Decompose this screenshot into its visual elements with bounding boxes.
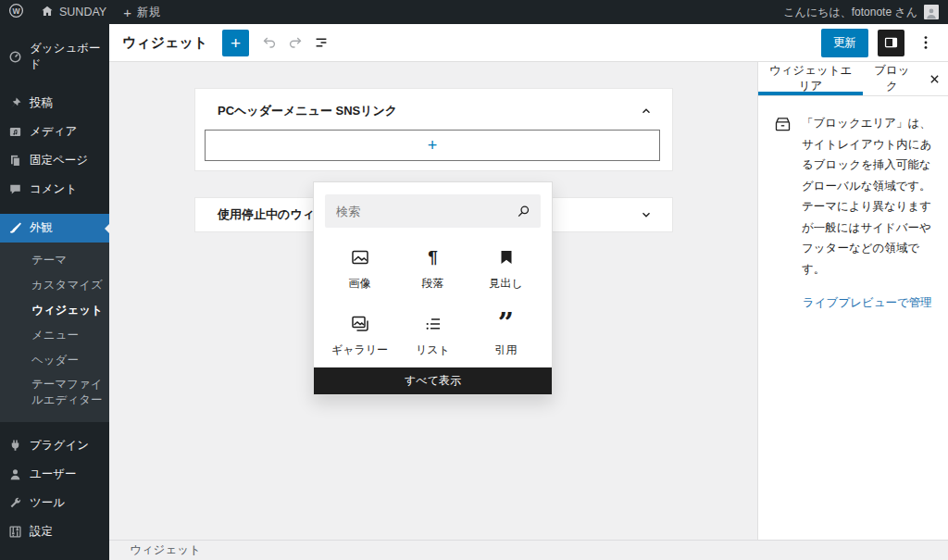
- wordpress-logo-menu[interactable]: W: [0, 0, 32, 24]
- add-block-button[interactable]: +: [222, 30, 249, 56]
- block-type-paragraph[interactable]: ¶ 段落: [396, 235, 469, 302]
- svg-text:W: W: [12, 6, 20, 16]
- undo-icon: [261, 34, 278, 51]
- list-icon: [422, 313, 444, 335]
- submenu-item-widgets[interactable]: ウィジェット: [0, 298, 109, 323]
- sidebar-item-plugins[interactable]: プラグイン: [0, 431, 109, 460]
- settings-sidebar: ウィジェットエリア ブロック 「ブロックエリア」は、サイトレイアウト内にあるブロ…: [757, 62, 948, 540]
- list-view-button[interactable]: [308, 30, 334, 56]
- expand-panel-button[interactable]: [635, 205, 657, 224]
- paintbrush-icon: [7, 221, 22, 236]
- sidebar-item-pages[interactable]: 固定ページ: [0, 146, 109, 175]
- pages-icon: [7, 154, 22, 168]
- widget-area-panel-header[interactable]: PCヘッダーメニュー SNSリンク: [195, 89, 672, 130]
- block-appender[interactable]: +: [205, 130, 660, 161]
- submenu-item-menus[interactable]: メニュー: [0, 323, 109, 348]
- options-menu-button[interactable]: [913, 30, 939, 56]
- block-label: リスト: [416, 342, 450, 358]
- editor-header: ウィジェット + 更新: [109, 24, 948, 62]
- site-name-label: SUNDAY: [59, 6, 106, 19]
- image-icon: [349, 246, 371, 268]
- sidebar-item-label: 外観: [30, 220, 53, 236]
- pushpin-icon: [7, 96, 22, 111]
- quote-icon: ”: [498, 313, 514, 335]
- sidebar-layout-icon: [883, 34, 899, 51]
- submenu-item-themes[interactable]: テーマ: [0, 248, 109, 273]
- redo-icon: [287, 34, 304, 51]
- sidebar-item-tools[interactable]: ツール: [0, 489, 109, 517]
- appearance-submenu: テーマ カスタマイズ ウィジェット メニュー ヘッダー テーマファイルエディター: [0, 243, 109, 422]
- submenu-item-header[interactable]: ヘッダー: [0, 348, 109, 373]
- account-menu[interactable]: こんにちは、fotonote さん: [783, 5, 948, 20]
- tab-widget-area[interactable]: ウィジェットエリア: [758, 62, 863, 95]
- plugin-icon: [7, 439, 22, 454]
- heading-bookmark-icon: [495, 246, 518, 268]
- sidebar-item-comments[interactable]: コメント: [0, 175, 109, 204]
- block-label: 見出し: [489, 276, 522, 292]
- sidebar-item-label: メディア: [30, 124, 77, 140]
- sidebar-item-label: 設定: [30, 524, 53, 540]
- plus-icon: +: [123, 5, 131, 20]
- dashboard-icon: [7, 49, 22, 64]
- live-preview-link[interactable]: ライブプレビューで管理: [803, 295, 933, 311]
- block-label: 引用: [495, 342, 518, 358]
- chevron-up-icon: [640, 105, 653, 118]
- new-content-label: 新規: [137, 5, 160, 20]
- close-sidebar-button[interactable]: [921, 62, 948, 95]
- browse-all-button[interactable]: すべて表示: [314, 367, 552, 394]
- widget-area-description-block: 「ブロックエリア」は、サイトレイアウト内にあるブロックを挿入可能なグローバルな領…: [758, 96, 948, 280]
- redo-button[interactable]: [282, 30, 308, 56]
- site-name-link[interactable]: SUNDAY: [32, 0, 115, 24]
- block-type-list[interactable]: リスト: [396, 302, 469, 368]
- sidebar-item-users[interactable]: ユーザー: [0, 460, 109, 489]
- admin-bar: W SUNDAY + 新規 こんにちは、fotonote さん: [0, 0, 948, 24]
- sidebar-item-label: 固定ページ: [30, 153, 88, 168]
- sidebar-item-posts[interactable]: 投稿: [0, 89, 109, 118]
- sidebar-item-label: 投稿: [30, 95, 53, 111]
- user-icon: [7, 467, 22, 482]
- widget-area-title: PCヘッダーメニュー SNSリンク: [218, 103, 397, 119]
- greeting-text: こんにちは、fotonote さん: [783, 5, 917, 20]
- footer-text: ウィジェット: [130, 542, 201, 558]
- update-button[interactable]: 更新: [821, 29, 868, 57]
- block-type-image[interactable]: 画像: [323, 235, 396, 302]
- widgets-editor-canvas: PCヘッダーメニュー SNSリンク + 使用停止中のウィジェット 画像: [109, 62, 757, 540]
- ellipsis-icon: [917, 34, 934, 51]
- widget-area-icon: [773, 115, 792, 138]
- block-type-gallery[interactable]: ギャラリー: [323, 302, 396, 368]
- tab-block[interactable]: ブロック: [863, 62, 920, 95]
- sidebar-item-dashboard[interactable]: ダッシュボード: [0, 34, 109, 79]
- collapse-panel-button[interactable]: [635, 102, 657, 120]
- gallery-icon: [349, 313, 371, 335]
- paragraph-icon: ¶: [428, 246, 438, 268]
- block-label: 段落: [422, 276, 444, 292]
- sidebar-item-appearance[interactable]: 外観: [0, 214, 109, 243]
- widget-area-description: 「ブロックエリア」は、サイトレイアウト内にあるブロックを挿入可能なグローバルな領…: [802, 113, 936, 280]
- sidebar-item-media[interactable]: メディア: [0, 118, 109, 146]
- wrench-icon: [7, 496, 22, 511]
- comment-icon: [7, 182, 22, 197]
- new-content-menu[interactable]: + 新規: [115, 0, 168, 24]
- avatar: [924, 5, 939, 19]
- close-icon: [929, 73, 941, 85]
- plus-icon: +: [231, 34, 241, 52]
- block-type-quote[interactable]: ” 引用: [469, 302, 543, 368]
- block-label: ギャラリー: [331, 342, 388, 358]
- inserter-block-grid: 画像 ¶ 段落 見出し ギャラリー: [314, 228, 552, 368]
- settings-sidebar-toggle[interactable]: [878, 30, 904, 56]
- sidebar-item-label: プラグイン: [30, 438, 89, 454]
- wordpress-logo-icon: W: [8, 3, 24, 21]
- block-type-heading[interactable]: 見出し: [469, 235, 543, 302]
- block-inserter-popover: 画像 ¶ 段落 見出し ギャラリー: [313, 181, 553, 395]
- inspector-tabs: ウィジェットエリア ブロック: [758, 62, 948, 96]
- plus-icon: +: [428, 137, 438, 154]
- undo-button[interactable]: [256, 30, 282, 56]
- block-label: 画像: [349, 276, 371, 292]
- submenu-item-customize[interactable]: カスタマイズ: [0, 273, 109, 298]
- search-input[interactable]: [334, 204, 516, 219]
- settings-icon: [7, 525, 22, 540]
- sidebar-item-label: ツール: [30, 495, 65, 511]
- submenu-item-theme-file-editor[interactable]: テーマファイルエディター: [0, 372, 109, 413]
- sidebar-item-settings[interactable]: 設定: [0, 517, 109, 546]
- widget-area-panel: PCヘッダーメニュー SNSリンク +: [194, 88, 673, 171]
